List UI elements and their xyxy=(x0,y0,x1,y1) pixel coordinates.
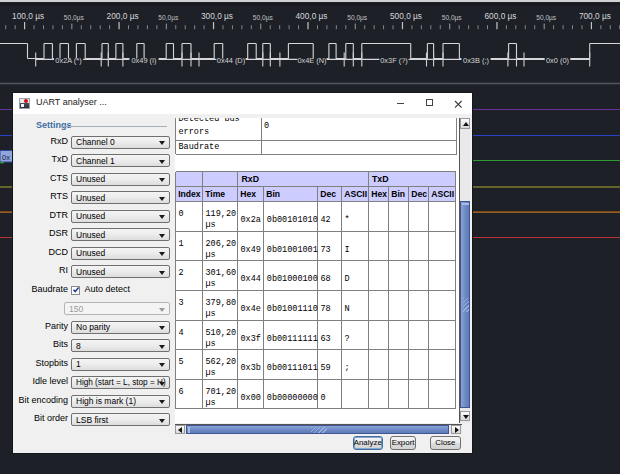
svg-text:0x2A (*): 0x2A (*) xyxy=(55,56,81,65)
svg-text:0: 0 xyxy=(264,120,269,130)
svg-text:µs: µs xyxy=(205,249,215,259)
svg-text:42: 42 xyxy=(320,215,330,225)
svg-text:0b01001001: 0b01001001 xyxy=(266,245,317,255)
svg-text:*: * xyxy=(344,215,349,225)
svg-text:1: 1 xyxy=(178,239,183,249)
svg-text:600,0 µs: 600,0 µs xyxy=(485,11,517,21)
svg-text:µs: µs xyxy=(205,308,215,318)
svg-text:5: 5 xyxy=(178,357,183,367)
svg-text:Detected bus: Detected bus xyxy=(178,118,239,124)
svg-text:µs: µs xyxy=(205,338,215,348)
svg-text:ASCII: ASCII xyxy=(431,189,454,199)
svg-text:N: N xyxy=(344,304,349,314)
svg-text:0b00000000: 0b00000000 xyxy=(266,393,317,403)
svg-text:0x00: 0x00 xyxy=(240,393,260,403)
svg-text:6: 6 xyxy=(178,387,183,397)
svg-text:Index: Index xyxy=(178,189,201,199)
svg-text:562,20: 562,20 xyxy=(205,357,236,367)
svg-text:Bin: Bin xyxy=(391,189,405,199)
svg-text:200,0 µs: 200,0 µs xyxy=(107,11,139,21)
svg-text:301,60: 301,60 xyxy=(205,268,236,278)
svg-text:0b01000100: 0b01000100 xyxy=(266,274,317,284)
svg-text:0b00101010: 0b00101010 xyxy=(266,215,317,225)
svg-text:Dec: Dec xyxy=(320,189,336,199)
svg-text:I: I xyxy=(344,245,349,255)
svg-text:50,0µs: 50,0µs xyxy=(64,14,85,22)
svg-text:Baudrate: Baudrate xyxy=(178,141,219,151)
svg-text:50,0µs: 50,0µs xyxy=(536,14,557,22)
svg-text:?: ? xyxy=(344,334,349,344)
svg-text:59: 59 xyxy=(320,363,330,373)
svg-text:0: 0 xyxy=(178,209,183,219)
svg-text:400,0 µs: 400,0 µs xyxy=(296,11,328,21)
svg-text:50,0µs: 50,0µs xyxy=(158,14,179,22)
svg-text:0x3f: 0x3f xyxy=(240,334,260,344)
svg-text:50,0µs: 50,0µs xyxy=(442,14,463,22)
svg-text:3: 3 xyxy=(178,298,183,308)
svg-text:RxD: RxD xyxy=(241,173,259,183)
svg-text:D: D xyxy=(344,274,349,284)
svg-text:Time: Time xyxy=(205,189,225,199)
svg-text:TxD: TxD xyxy=(372,173,389,183)
svg-text:701,20: 701,20 xyxy=(205,387,236,397)
svg-text:4: 4 xyxy=(178,328,183,338)
svg-text:0x3b: 0x3b xyxy=(240,363,260,373)
svg-text:errors: errors xyxy=(178,127,209,137)
svg-text:0x0 (0): 0x0 (0) xyxy=(546,56,569,65)
svg-text:0b01001110: 0b01001110 xyxy=(266,304,317,314)
svg-text:500,0 µs: 500,0 µs xyxy=(390,11,422,21)
svg-text:ASCII: ASCII xyxy=(344,189,367,199)
svg-text:Dec: Dec xyxy=(411,189,427,199)
svg-text:µs: µs xyxy=(205,397,215,407)
svg-text:379,80: 379,80 xyxy=(205,298,236,308)
svg-text:100,0 µs: 100,0 µs xyxy=(12,11,44,21)
svg-text:68: 68 xyxy=(320,274,330,284)
svg-text:700,0 µs: 700,0 µs xyxy=(579,11,611,21)
svg-text:0x4e: 0x4e xyxy=(240,304,260,314)
svg-text:0x4E (N): 0x4E (N) xyxy=(297,56,326,65)
svg-text:0x44: 0x44 xyxy=(240,274,260,284)
svg-text:Hex: Hex xyxy=(240,189,256,199)
svg-text:63: 63 xyxy=(320,334,330,344)
svg-text:0: 0 xyxy=(320,393,325,403)
svg-text:119,20: 119,20 xyxy=(205,209,236,219)
svg-text:0b00111011: 0b00111011 xyxy=(266,363,317,373)
svg-text:50,0µs: 50,0µs xyxy=(347,14,368,22)
svg-text:Bin: Bin xyxy=(266,189,280,199)
svg-text:Hex: Hex xyxy=(371,189,387,199)
svg-text:0x49: 0x49 xyxy=(240,245,260,255)
svg-text:0x49 (I): 0x49 (I) xyxy=(131,56,156,65)
svg-text:0x3B (;): 0x3B (;) xyxy=(463,56,489,65)
svg-text:0x44 (D): 0x44 (D) xyxy=(217,56,245,65)
svg-text:µs: µs xyxy=(205,219,215,229)
svg-text:300,0 µs: 300,0 µs xyxy=(201,11,233,21)
svg-text:78: 78 xyxy=(320,304,330,314)
svg-text:0x3F (?): 0x3F (?) xyxy=(380,56,408,65)
svg-text:µs: µs xyxy=(205,278,215,288)
svg-text:510,20: 510,20 xyxy=(205,328,236,338)
svg-text:µs: µs xyxy=(205,367,215,377)
svg-text:206,20: 206,20 xyxy=(205,239,236,249)
svg-text:0x2a: 0x2a xyxy=(240,215,260,225)
svg-text:0x: 0x xyxy=(2,153,10,162)
svg-text:;: ; xyxy=(344,363,349,373)
svg-text:73: 73 xyxy=(320,245,330,255)
svg-text:50,0µs: 50,0µs xyxy=(253,14,274,22)
svg-text:0b00111111: 0b00111111 xyxy=(266,334,317,344)
svg-text:2: 2 xyxy=(178,268,183,278)
